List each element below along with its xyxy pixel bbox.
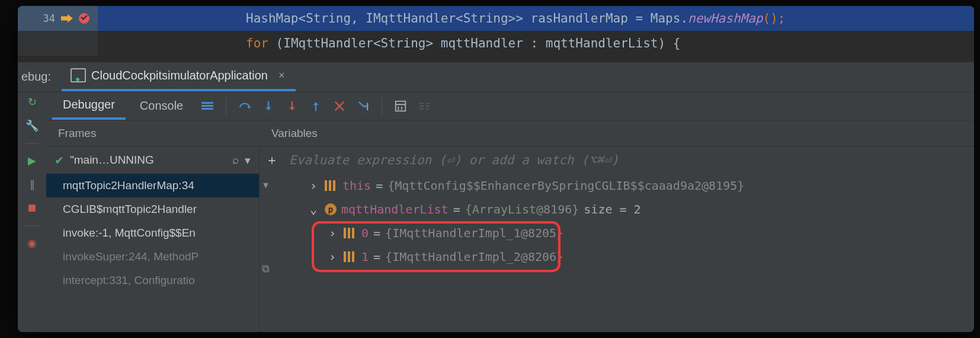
step-over-icon[interactable] — [235, 96, 255, 116]
thread-selector[interactable]: ✔ "main…UNNING ⌕ ▾ — [46, 146, 259, 174]
svg-rect-0 — [396, 101, 406, 111]
separator — [25, 225, 39, 226]
chevron-right-icon[interactable]: › — [326, 250, 339, 264]
frame-item[interactable]: CGLIB$mqttTopic2Handler — [46, 197, 259, 221]
chevron-down-icon[interactable]: ⌄ — [307, 202, 320, 216]
var-name: mqttHandlerList — [341, 202, 449, 216]
code-line-35[interactable]: for (IMqttHandler<String> mqttHandler : … — [18, 31, 974, 56]
variables-toolbar: ＋ Evaluate expression (⏎) or add a watch… — [260, 146, 974, 174]
step-out-icon[interactable] — [306, 96, 326, 116]
var-value: {ArrayList@8196} — [465, 202, 579, 216]
step-into-icon[interactable] — [258, 96, 278, 116]
code-text[interactable]: HashMap<String, IMqttHandler<String>> ra… — [98, 11, 785, 25]
run-to-cursor-icon[interactable] — [353, 96, 373, 116]
execution-arrow-icon — [61, 14, 73, 23]
panel-headers: Frames Variables — [46, 120, 974, 146]
close-icon[interactable]: × — [278, 69, 285, 82]
debug-toolwindow-header: ebug: CloudCockpitsimulatorApplication × — [18, 62, 974, 92]
frames-header: Frames — [46, 120, 260, 146]
frame-item[interactable]: intercept:331, Configuratio — [46, 269, 259, 292]
chevron-right-icon[interactable]: › — [326, 226, 339, 240]
object-icon — [344, 251, 354, 262]
force-step-into-icon[interactable] — [282, 96, 302, 116]
rerun-icon[interactable]: ↻ — [25, 95, 39, 109]
trace-icon[interactable] — [414, 96, 434, 116]
var-size: size = 2 — [584, 202, 640, 216]
frame-item[interactable]: mqttTopic2HandlerMap:34 — [46, 174, 259, 197]
evaluate-icon[interactable] — [390, 96, 411, 116]
resume-icon[interactable]: ▶ — [25, 154, 39, 167]
debug-label: ebug: — [18, 70, 62, 84]
gutter-34[interactable]: 34 — [18, 6, 98, 31]
variable-index-1[interactable]: › 1 = {IMqttHandlerImpl_2@8206} — [265, 245, 974, 269]
run-config-name: CloudCockpitsimulatorApplication — [91, 69, 268, 82]
variables-panel: ＋ Evaluate expression (⏎) or add a watch… — [260, 146, 974, 332]
frame-item[interactable]: invoke:-1, MqttConfig$$En — [46, 221, 259, 245]
var-value: {IMqttHandlerImpl_2@8206} — [385, 250, 563, 264]
copy-icon[interactable]: ⧉ — [262, 263, 270, 275]
debug-tabbar: Debugger Console — [46, 92, 974, 120]
filter-icon[interactable]: ⌕ — [232, 154, 239, 167]
var-name: this — [342, 178, 371, 193]
separator — [25, 143, 39, 144]
code-text[interactable]: for (IMqttHandler<String> mqttHandler : … — [98, 36, 680, 50]
vars-side-icons: ▾ ⧉ — [262, 178, 270, 275]
thread-name: "main…UNNING — [70, 154, 154, 167]
new-watch-icon[interactable]: ＋ — [260, 151, 278, 169]
debug-content: Debugger Console Frames Variables — [46, 92, 974, 332]
separator — [382, 97, 382, 115]
variable-mqttHandlerList[interactable]: ⌄ p mqttHandlerList = {ArrayList@8196} s… — [265, 197, 974, 221]
breakpoint-icon[interactable] — [79, 13, 89, 24]
drop-frame-icon[interactable] — [329, 96, 350, 116]
variables-tree: › this = {MqttConfig$$EnhancerBySpringCG… — [260, 174, 974, 269]
var-value: {IMqttHandlerImpl_1@8205} — [385, 226, 563, 240]
parameter-icon: p — [325, 203, 337, 215]
pause-icon[interactable]: ∥ — [25, 178, 39, 191]
var-value: {MqttConfig$$EnhancerBySpringCGLIB$$caaa… — [387, 178, 744, 193]
chevron-down-icon[interactable]: ▾ — [245, 154, 251, 167]
object-icon — [344, 228, 354, 238]
separator — [226, 97, 226, 115]
tab-debugger[interactable]: Debugger — [52, 92, 126, 120]
thread-dump-icon[interactable] — [197, 96, 217, 116]
chevron-right-icon[interactable]: › — [307, 178, 320, 193]
variable-this[interactable]: › this = {MqttConfig$$EnhancerBySpringCG… — [265, 174, 974, 197]
gutter-35[interactable] — [18, 31, 98, 56]
stop-icon[interactable] — [25, 202, 39, 215]
debug-body: ↻ 🔧 ▶ ∥ ◉ Debugger Console — [18, 92, 974, 332]
var-name: 0 — [361, 226, 369, 240]
line-number: 34 — [43, 12, 55, 24]
frames-panel: ✔ "main…UNNING ⌕ ▾ mqttTopic2HandlerMap:… — [46, 146, 260, 332]
collapse-icon[interactable]: ▾ — [263, 178, 268, 192]
check-icon: ✔ — [55, 154, 64, 167]
debug-side-toolbar: ↻ 🔧 ▶ ∥ ◉ — [18, 92, 46, 332]
variable-index-0[interactable]: › 0 = {IMqttHandlerImpl_1@8205} — [265, 221, 974, 245]
run-config-tab[interactable]: CloudCockpitsimulatorApplication × — [62, 62, 295, 91]
var-name: 1 — [361, 250, 369, 264]
panels: ✔ "main…UNNING ⌕ ▾ mqttTopic2HandlerMap:… — [46, 146, 974, 332]
frame-item[interactable]: invokeSuper:244, MethodP — [46, 245, 259, 269]
code-line-34[interactable]: 34 HashMap<String, IMqttHandler<String>>… — [18, 6, 974, 31]
settings-icon[interactable]: 🔧 — [25, 119, 39, 132]
tab-console[interactable]: Console — [129, 92, 194, 120]
evaluate-placeholder[interactable]: Evaluate expression (⏎) or add a watch (… — [284, 153, 619, 167]
variables-header: Variables — [260, 120, 974, 146]
view-breakpoints-icon[interactable]: ◉ — [25, 237, 39, 250]
object-icon — [325, 180, 335, 191]
editor-area[interactable]: 34 HashMap<String, IMqttHandler<String>>… — [18, 6, 974, 62]
ide-window: 34 HashMap<String, IMqttHandler<String>>… — [18, 6, 974, 332]
